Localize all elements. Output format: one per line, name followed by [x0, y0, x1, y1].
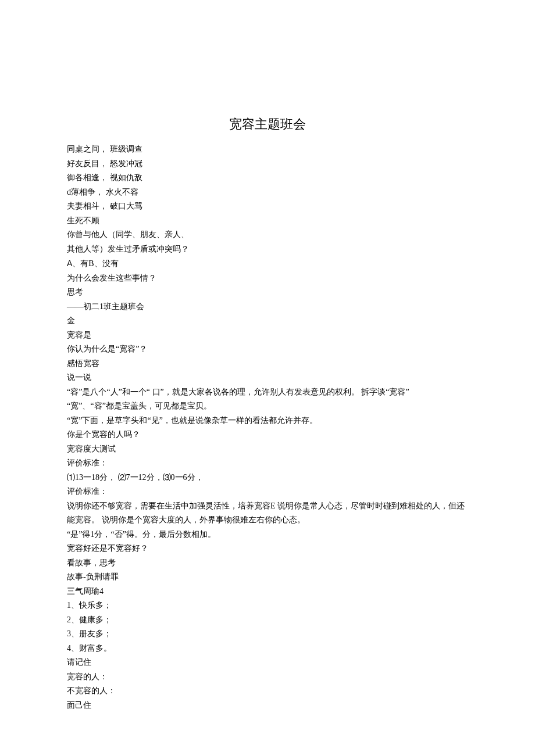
text-line: 1、快乐多； — [67, 599, 468, 613]
text-line: A、有B、没有 — [67, 256, 468, 271]
text-line: “容”是八个“人”和一个“ 口”，就是大家各说各的理，允许别人有发表意见的权利。… — [67, 385, 468, 400]
text-line: 你曾与他人（同学、朋友、亲人、 — [67, 228, 468, 242]
text-line: 宽容好还是不宽容好？ — [67, 542, 468, 556]
text-line: 好友反目， 怒发冲冠 — [67, 157, 468, 171]
text-line: 说明你还不够宽容，需要在生活中加强灵活性，培养宽容E 说明你是常人心态，尽管时时… — [67, 499, 468, 528]
text-line: 你认为什么是“宽容”？ — [67, 342, 468, 357]
text-line: 宽容度大测试 — [67, 442, 468, 457]
text-line: 其他人等）发生过矛盾或冲突吗？ — [67, 242, 468, 257]
text-line: 面己住 — [67, 698, 468, 713]
text-line: 生死不顾 — [67, 214, 468, 228]
document-body: 同桌之间， 班级调查 好友反目， 怒发冲冠 御各相逢， 视如仇敌 d薄相争， 水… — [67, 142, 468, 712]
text-line: d薄相争， 水火不容 — [67, 185, 468, 200]
text-line: ——初二1班主题班会 — [67, 300, 468, 314]
text-line: 说一说 — [67, 371, 468, 385]
text-line: 宽容的人： — [67, 670, 468, 685]
text-line: 为什么会发生这些事情？ — [67, 271, 468, 286]
text-line: 评价标准： — [67, 456, 468, 471]
text-line: 你是个宽容的人吗？ — [67, 428, 468, 442]
text-line: 思考 — [67, 285, 468, 300]
text-line: 同桌之间， 班级调查 — [67, 142, 468, 157]
text-line: 御各相逢， 视如仇敌 — [67, 171, 468, 185]
text-line: 4、财富多。 — [67, 642, 468, 656]
text-line: 金 — [67, 314, 468, 328]
page-title: 宽容主题班会 — [67, 113, 468, 136]
text-line: 三气周瑜4 — [67, 585, 468, 599]
text-line: 故事-负荆请罪 — [67, 570, 468, 585]
option-letter: A — [67, 259, 72, 268]
text-line: 评价标准： — [67, 485, 468, 499]
text-line: 2、健康多； — [67, 613, 468, 628]
text-line: 看故事，思考 — [67, 556, 468, 571]
text-line: 不宽容的人： — [67, 684, 468, 698]
text-line: “是”得1分，“否”得。分，最后分数相加。 — [67, 528, 468, 542]
text-line: 3、册友多； — [67, 627, 468, 642]
text-line: 宽容是 — [67, 328, 468, 343]
text-line: 夫妻相斗， 破口大骂 — [67, 199, 468, 214]
document-page: 宽容主题班会 同桌之间， 班级调查 好友反目， 怒发冲冠 御各相逢， 视如仇敌 … — [0, 0, 535, 747]
option-text: 、有B、没有 — [72, 259, 118, 268]
text-line: 感悟宽容 — [67, 357, 468, 371]
text-line: ⑴13一18分， ⑵7一12分，⑶0一6分， — [67, 471, 468, 485]
text-line: “宽”下面，是草字头和“见”，也就是说像杂草一样的看法都允许并存。 — [67, 414, 468, 428]
text-line: “宽”、“容”都是宝盖头，可见都是宝贝。 — [67, 399, 468, 414]
text-line: 请记住 — [67, 655, 468, 670]
